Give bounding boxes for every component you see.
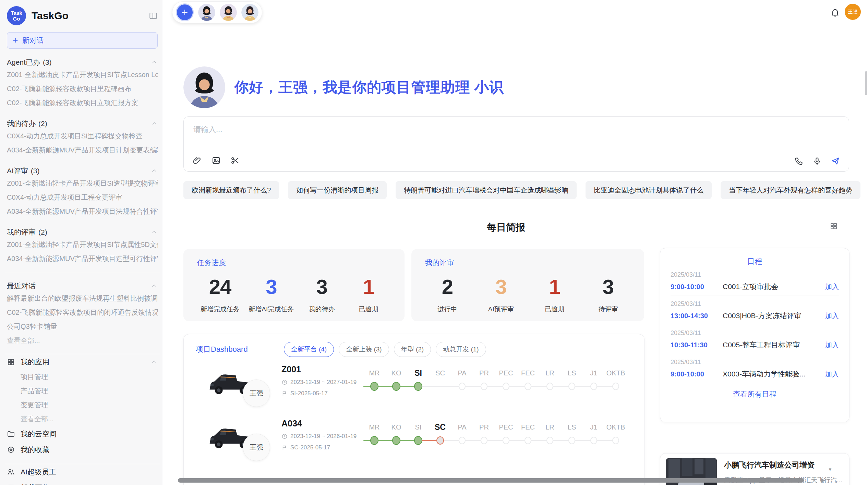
app-shortcut-item[interactable]: 产品管理: [7, 384, 158, 398]
sidebar-task-item[interactable]: C0X4-动力总成开发项目SI里程碑提交物检查: [7, 129, 158, 143]
sidebar-item-favorites[interactable]: 我的收藏: [7, 442, 158, 458]
join-meeting-link[interactable]: 加入: [825, 340, 839, 350]
project-milestone-date: SI-2025-05-17: [281, 390, 357, 397]
new-chat-button[interactable]: 新对话: [7, 32, 158, 49]
milestone-dot: [481, 437, 487, 444]
join-meeting-link[interactable]: 加入: [825, 311, 839, 321]
sidebar-task-item[interactable]: Z001-全新燃油轻卡产品开发项目SI造型提交物评审: [7, 176, 158, 190]
user-avatar[interactable]: 王强: [845, 4, 861, 20]
sidebar-item-my-apps[interactable]: 我的应用: [7, 354, 158, 370]
plus-icon: [181, 8, 189, 16]
scroll-right-arrow[interactable]: ▶: [821, 477, 825, 483]
greeting-text: 你好，王强，我是你的项目管理助理 小识: [234, 78, 504, 97]
chevron-up-icon[interactable]: [151, 229, 158, 236]
phone-icon[interactable]: [794, 157, 804, 166]
milestone-dot: [392, 382, 400, 391]
milestone-label: MR: [363, 369, 385, 377]
project-row[interactable]: 王强A0342023-12-19 ~ 2026-01-19SC-2025-05-…: [184, 416, 645, 467]
recent-conversation-item[interactable]: C02-飞腾新能源轻客改款项目的闭环通告反馈情况: [7, 306, 158, 320]
view-all-schedule-link[interactable]: 查看所有日程: [671, 389, 839, 399]
sidebar-item-cloud-space[interactable]: 我的云空间: [7, 426, 158, 442]
milestone-label: J1: [583, 369, 605, 377]
view-all-apps-link[interactable]: 查看全部...: [7, 412, 158, 426]
dashboard-tab[interactable]: 动总开发 (1): [436, 342, 486, 357]
agent-avatar-1[interactable]: [198, 4, 215, 21]
sidebar-item-help-me-write[interactable]: 帮我写作: [7, 480, 158, 485]
schedule-meeting-title: C003|H0B-方案冻结评审: [723, 311, 825, 321]
dashboard-tab[interactable]: 年型 (2): [394, 342, 431, 357]
bell-icon[interactable]: [830, 8, 840, 17]
chat-input[interactable]: [193, 124, 777, 149]
view-all-conversations-link[interactable]: 查看全部...: [7, 334, 158, 348]
sidebar-task-item[interactable]: A034-全新新能源MUV产品开发项目计划变更表编写: [7, 143, 158, 157]
milestone-label: PEC: [495, 423, 517, 431]
milestone-label: SC: [429, 423, 451, 432]
agent-avatar-3[interactable]: [241, 4, 258, 21]
dashboard-tab[interactable]: 全新上装 (3): [339, 342, 389, 357]
chevron-up-icon[interactable]: [151, 359, 158, 365]
logo-text-bottom: Go: [13, 16, 20, 22]
suggestion-chip[interactable]: 欧洲新规最近颁布了什么?: [183, 181, 279, 199]
sidebar-task-item[interactable]: C0X4-动力总成开发项目工程变更评审: [7, 190, 158, 204]
milestone-dot: [392, 436, 400, 445]
project-milestone-date: SC-2025-05-17: [281, 444, 357, 451]
sidebar-task-item[interactable]: A034-全新新能源MUV产品开发项目法规符合性评审: [7, 204, 158, 219]
mic-icon[interactable]: [812, 157, 822, 166]
project-dashboard-card: 项目Dashboard 全新平台 (4)全新上装 (3)年型 (2)动总开发 (…: [183, 334, 644, 485]
project-dates: 2023-12-19 ~ 2027-01-19: [281, 379, 357, 386]
horizontal-scrollbar[interactable]: [178, 478, 804, 483]
paperclip-icon[interactable]: [193, 156, 202, 165]
stats-row: 任务进度24新增完成任务3新增AI完成任务3我的待办1已逾期我的评审2进行中3A…: [183, 249, 644, 321]
flag-icon: [281, 445, 288, 451]
sidebar-task-item[interactable]: A034-全新新能源MUV产品开发项目造型可行性评审: [7, 252, 158, 266]
suggestion-chip[interactable]: 当下年轻人对汽车外观有怎样的喜好趋势: [721, 181, 860, 199]
recent-conversation-item[interactable]: 公司Q3轻卡销量: [7, 320, 158, 334]
suggestion-chip[interactable]: 比亚迪全固态电池计划具体说了什么: [586, 181, 712, 199]
sidebar-task-item[interactable]: C02-飞腾新能源轻客改款项目立项汇报方案: [7, 96, 158, 110]
project-row[interactable]: 王强Z0012023-12-19 ~ 2027-01-19SI-2025-05-…: [184, 362, 645, 413]
schedule-item: 2025/03/119:00-10:00X003-车辆动力学性能验...加入: [671, 354, 839, 383]
milestone-dot: [436, 436, 444, 445]
schedule-item: 2025/03/119:00-10:00C001-立项审批会加入: [671, 267, 839, 296]
scissors-icon[interactable]: [230, 156, 240, 165]
agent-avatar-2[interactable]: [220, 4, 237, 21]
join-meeting-link[interactable]: 加入: [825, 282, 839, 291]
logo-row: Task Go TaskGo: [7, 5, 158, 27]
dashboard-tab[interactable]: 全新平台 (4): [284, 342, 334, 357]
vertical-scrollbar[interactable]: [865, 71, 867, 95]
join-meeting-link[interactable]: 加入: [825, 370, 839, 379]
chevron-up-icon[interactable]: [151, 167, 158, 174]
sidebar-collapse-icon[interactable]: [149, 11, 158, 20]
tool-label: 帮我写作: [21, 483, 49, 485]
plus-icon: [12, 37, 19, 44]
section-title: AI评审: [7, 166, 28, 176]
new-agent-button[interactable]: [176, 3, 194, 21]
sidebar-task-item[interactable]: Z001-全新燃油皮卡产品开发项目SI节点Lesson Learn报告: [7, 68, 158, 82]
scroll-down-arrow[interactable]: ▼: [828, 467, 832, 472]
sidebar-section-header: AI评审(3): [7, 165, 158, 176]
image-icon[interactable]: [212, 156, 221, 165]
send-icon[interactable]: [831, 157, 840, 166]
sidebar-task-item[interactable]: Z001-全新燃油轻卡产品开发项目SI节点属性5D文件评审: [7, 238, 158, 252]
folder-icon: [7, 430, 15, 438]
chevron-up-icon[interactable]: [151, 283, 158, 289]
stat-value: 3: [249, 275, 294, 299]
milestone-dot: [612, 437, 619, 444]
stat-value: 3: [589, 275, 627, 299]
taskgo-app: Task Go TaskGo 新对话 Agent已办(3)Z001-全新燃油皮卡…: [0, 0, 868, 485]
sidebar-sections: Agent已办(3)Z001-全新燃油皮卡产品开发项目SI节点Lesson Le…: [7, 57, 158, 266]
sidebar-task-item[interactable]: C02-飞腾新能源轻客改款项目里程碑画布: [7, 82, 158, 96]
app-shortcut-item[interactable]: 变更管理: [7, 398, 158, 412]
layout-grid-icon[interactable]: [830, 222, 838, 230]
stat-value: 3: [303, 275, 341, 299]
suggestion-chip[interactable]: 如何写一份清晰的项目周报: [288, 181, 387, 199]
chevron-up-icon[interactable]: [151, 59, 158, 66]
suggestion-chip[interactable]: 特朗普可能对进口汽车增税会对中国车企造成哪些影响: [396, 181, 577, 199]
chevron-up-icon[interactable]: [151, 120, 158, 127]
milestone-label: PA: [451, 369, 473, 377]
sidebar-item-ai-super-staff[interactable]: AI超级员工: [7, 464, 158, 480]
recent-conversations-header: 最近对话: [7, 281, 158, 291]
app-shortcut-item[interactable]: 项目管理: [7, 370, 158, 384]
stat-item: 3AI预评审: [482, 275, 520, 314]
recent-conversation-item[interactable]: 解释最新出台的欧盟报废车法规再生塑料比例被调至15%...: [7, 291, 158, 306]
